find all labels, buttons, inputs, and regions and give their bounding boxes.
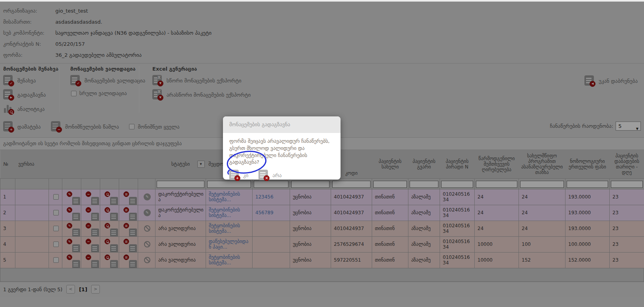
yes-document-icon: + — [229, 170, 240, 181]
modal-body: ფორმა შეიცავს არავალიდურ ჩანაწერებს, გსუ… — [223, 133, 341, 181]
modal-yes-label: კი — [243, 172, 248, 178]
modal-no-label: არა — [272, 172, 282, 178]
modal-no-button[interactable]: × არა — [258, 170, 282, 181]
modal-message: ფორმა შეიცავს არავალიდურ ჩანაწერებს, გსუ… — [229, 138, 334, 166]
claims-form-page: ორგანიზაცია: gio_test_test მისამართი: as… — [0, 0, 644, 307]
modal-buttons: + კი × არა — [229, 170, 334, 181]
no-document-icon: × — [258, 170, 270, 181]
send-data-modal: მონაცემების გადაგზავნა ფორმა შეიცავს არა… — [223, 116, 341, 180]
modal-yes-button[interactable]: + კი — [229, 170, 248, 181]
modal-title: მონაცემების გადაგზავნა — [223, 116, 341, 133]
